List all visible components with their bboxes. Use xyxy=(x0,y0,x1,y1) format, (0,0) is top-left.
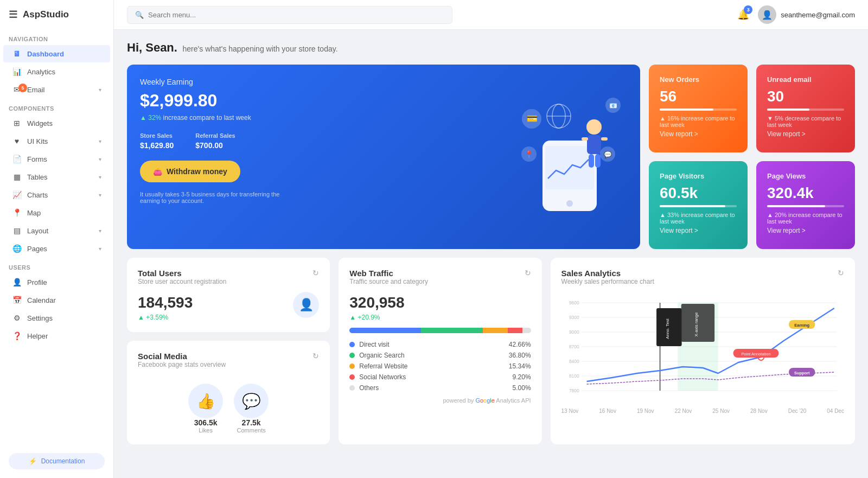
sidebar-item-calendar[interactable]: 📅Calendar xyxy=(3,291,110,309)
legend-label: Others xyxy=(359,384,379,392)
stat-card-page-views: Page Views 320.4k ▲ 20% increase compare… xyxy=(756,161,855,249)
sidebar-item-label-uikits: UI Kits xyxy=(27,137,48,145)
sales-chart-svg: 9600 9300 9000 8700 8400 8100 7800 Ann xyxy=(561,297,844,406)
social-media-subtitle: Facebook page stats overview xyxy=(138,361,226,368)
arrow-icon: ▾ xyxy=(99,138,101,144)
legend-item-organic-search: Organic Search 36.80% xyxy=(349,352,531,359)
chart-area: 9600 9300 9000 8700 8400 8100 7800 Ann xyxy=(561,297,844,406)
sidebar-item-map[interactable]: 📍Map xyxy=(3,204,110,221)
total-users-refresh-icon[interactable]: ↻ xyxy=(312,269,319,277)
svg-text:Anno. Test: Anno. Test xyxy=(665,318,670,339)
legend-label: Direct visit xyxy=(359,341,389,348)
legend-value: 9.20% xyxy=(513,373,531,381)
social-media-refresh-icon[interactable]: ↻ xyxy=(312,352,319,360)
traffic-bar xyxy=(349,328,531,333)
view-report-link[interactable]: View report > xyxy=(660,130,737,138)
sidebar-item-charts[interactable]: 📈Charts▾ xyxy=(3,186,110,203)
sidebar-item-layout[interactable]: ▤Layout▾ xyxy=(3,222,110,239)
comments-icon-circle: 💬 xyxy=(234,384,269,418)
content-area: Hi, Sean. here's what's happening with y… xyxy=(114,30,868,478)
svg-text:8400: 8400 xyxy=(569,359,579,364)
sidebar-item-profile[interactable]: 👤Profile xyxy=(3,273,110,291)
web-traffic-subtitle: Traffic source and category xyxy=(349,278,428,285)
legend-dot xyxy=(349,342,355,347)
wallet-icon: 👛 xyxy=(153,167,162,176)
legend-dot xyxy=(349,374,355,380)
sidebar-item-widgets[interactable]: ⊞Widgets xyxy=(3,114,110,132)
x-label: 04 Dec xyxy=(827,408,844,414)
stat-title: New Orders xyxy=(660,75,737,84)
total-users-body: 184,593 ▲ +3.59% 👤 xyxy=(138,294,319,321)
sidebar-item-label-map: Map xyxy=(27,209,41,217)
sidebar-item-analytics[interactable]: 📊Analytics xyxy=(3,63,110,80)
likes-label: Likes xyxy=(188,427,223,434)
comments-label: Comments xyxy=(234,427,269,434)
legend-label: Referral Website xyxy=(359,362,407,370)
app-logo: ☰ AspStudio xyxy=(0,0,113,29)
documentation-button[interactable]: ⚡ Documentation xyxy=(9,453,105,469)
header-right: 🔔 3 👤 seantheme@gmail.com xyxy=(737,5,855,24)
page-greeting: Hi, Sean. here's what's happening with y… xyxy=(127,41,855,55)
legend-item-direct-visit: Direct visit 42.66% xyxy=(349,341,531,348)
legend-dot xyxy=(349,385,355,391)
tables-icon: ▦ xyxy=(12,173,22,181)
search-box[interactable]: 🔍 xyxy=(127,6,452,24)
header: 🔍 🔔 3 👤 seantheme@gmail.com xyxy=(114,0,868,30)
likes-stat: 👍 306.5k Likes xyxy=(188,384,223,434)
sidebar-item-helper[interactable]: ❓Helper xyxy=(3,327,110,345)
sidebar-item-label-helper: Helper xyxy=(27,332,48,340)
sidebar-item-label-analytics: Analytics xyxy=(27,68,55,76)
arrow-icon: ▾ xyxy=(99,156,101,162)
sidebar-item-forms[interactable]: 📄Forms▾ xyxy=(3,150,110,168)
arrow-icon: ▾ xyxy=(99,228,101,234)
hamburger-icon[interactable]: ☰ xyxy=(9,9,17,21)
svg-text:9300: 9300 xyxy=(569,315,579,320)
social-media-header: Social Media Facebook page stats overvie… xyxy=(138,352,319,375)
web-traffic-title-area: Web Traffic Traffic source and category xyxy=(349,269,428,292)
legend-left: Direct visit xyxy=(349,341,389,348)
weekly-change: ▲ 32% increase compare to last week xyxy=(140,114,627,122)
sidebar-section-label: Navigation xyxy=(0,29,113,44)
social-media-title-area: Social Media Facebook page stats overvie… xyxy=(138,352,226,375)
sidebar-item-settings[interactable]: ⚙Settings xyxy=(3,309,110,327)
search-input[interactable] xyxy=(148,11,444,19)
arrow-icon: ▾ xyxy=(99,87,101,93)
progress-fill xyxy=(660,109,713,111)
total-users-value: 184,593 xyxy=(138,294,193,311)
total-users-change: ▲ +3.59% xyxy=(138,314,193,321)
calendar-icon: 📅 xyxy=(12,296,22,304)
view-report-link[interactable]: View report > xyxy=(660,227,737,234)
stat-change: ▲ 20% increase compare to last week xyxy=(767,212,844,225)
user-info[interactable]: 👤 seantheme@gmail.com xyxy=(758,5,855,24)
sidebar-item-label-charts: Charts xyxy=(27,191,48,199)
legend-value: 36.80% xyxy=(509,352,531,359)
user-email: seantheme@gmail.com xyxy=(781,11,855,19)
traffic-segment-organic-search xyxy=(421,328,482,333)
widgets-icon: ⊞ xyxy=(12,119,22,128)
notification-badge: 3 xyxy=(744,5,752,14)
view-report-link[interactable]: View report > xyxy=(767,227,844,234)
withdraw-button[interactable]: 👛 Withdraw money xyxy=(140,161,240,182)
traffic-segment-others xyxy=(522,328,531,333)
view-report-link[interactable]: View report > xyxy=(767,130,844,138)
sales-analytics-refresh-icon[interactable]: ↻ xyxy=(838,269,844,277)
sidebar-item-uikits[interactable]: ♥UI Kits▾ xyxy=(3,132,110,150)
sidebar-item-tables[interactable]: ▦Tables▾ xyxy=(3,168,110,186)
sales-analytics-header: Sales Analytics Weekly sales performance… xyxy=(561,269,844,292)
svg-text:9600: 9600 xyxy=(569,300,579,305)
profile-icon: 👤 xyxy=(12,278,22,286)
web-traffic-refresh-icon[interactable]: ↻ xyxy=(525,269,531,277)
avatar: 👤 xyxy=(758,5,776,24)
withdraw-label: Withdraw money xyxy=(167,167,227,176)
greeting-name: Hi, Sean. xyxy=(127,41,177,54)
sidebar-item-dashboard[interactable]: 🖥Dashboard xyxy=(3,45,110,62)
sidebar-item-pages[interactable]: 🌐Pages▾ xyxy=(3,240,110,257)
stat-change: ▲ 33% increase compare to last week xyxy=(660,212,737,225)
web-traffic-card: Web Traffic Traffic source and category … xyxy=(339,258,541,444)
progress-fill xyxy=(767,109,809,111)
notification-button[interactable]: 🔔 3 xyxy=(737,9,749,21)
sales-row: Store Sales $1,629.80 Referral Sales $70… xyxy=(140,132,627,150)
sidebar: ☰ AspStudio Navigation🖥Dashboard📊Analyti… xyxy=(0,0,114,478)
sidebar-item-email[interactable]: ✉Email5▾ xyxy=(3,81,110,98)
web-traffic-header: Web Traffic Traffic source and category … xyxy=(349,269,531,292)
